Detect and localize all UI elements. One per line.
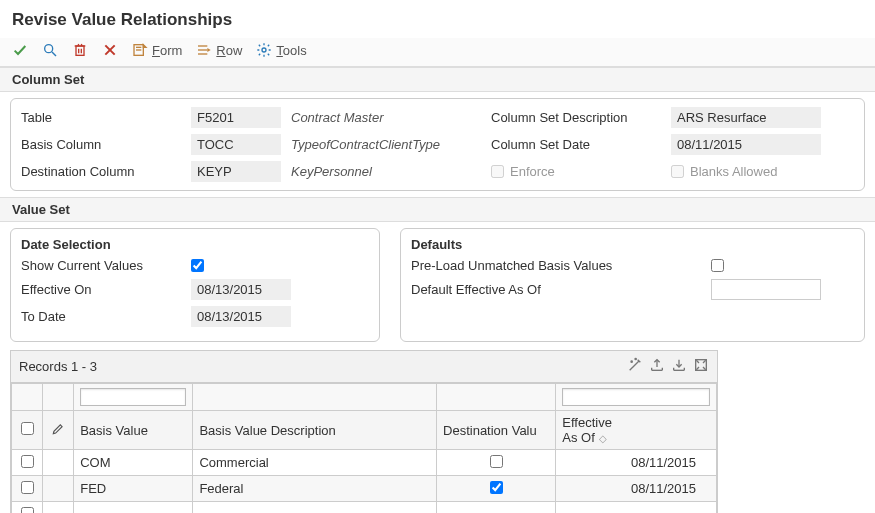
records-label: Records 1 - 3 — [19, 359, 97, 374]
maximize-button[interactable] — [693, 357, 709, 376]
trash-icon — [72, 42, 88, 58]
csdate-input[interactable] — [671, 134, 821, 155]
cell-basis-desc: Commercial — [193, 450, 437, 476]
table-row[interactable]: FED Federal 08/11/2015 — [12, 476, 717, 502]
section-value-set: Value Set — [0, 197, 875, 222]
table-row[interactable] — [12, 502, 717, 514]
svg-line-1 — [52, 52, 56, 56]
edit-header-icon[interactable] — [51, 424, 65, 439]
grid-panel: Records 1 - 3 Basis Value Basis Value De… — [10, 350, 718, 513]
table-desc: Contract Master — [291, 110, 491, 125]
dest-checkbox[interactable] — [490, 481, 503, 494]
header-basis-value[interactable]: Basis Value — [74, 411, 193, 450]
sort-icon: ◇ — [599, 433, 607, 444]
wand-icon — [627, 357, 643, 373]
basis-label: Basis Column — [21, 137, 191, 152]
enforce-checkbox[interactable] — [491, 165, 504, 178]
column-set-panel: Table Contract Master Column Set Descrip… — [10, 98, 865, 191]
tools-menu[interactable]: Tools — [256, 42, 306, 58]
basis-desc: TypeofContractClientType — [291, 137, 491, 152]
form-icon — [132, 42, 148, 58]
header-row: Basis Value Basis Value Description Dest… — [12, 411, 717, 450]
csd-label: Column Set Description — [491, 110, 671, 125]
dest-desc: KeyPersonnel — [291, 164, 491, 179]
ok-button[interactable] — [12, 42, 28, 58]
dest-label: Destination Column — [21, 164, 191, 179]
cell-effective[interactable] — [556, 502, 717, 514]
header-basis-desc[interactable]: Basis Value Description — [193, 411, 437, 450]
show-current-label: Show Current Values — [21, 258, 191, 273]
row-icon — [196, 42, 212, 58]
toolbar: Form Row Tools — [0, 38, 875, 67]
enforce-label: Enforce — [510, 164, 555, 179]
row-select-checkbox[interactable] — [21, 481, 34, 494]
header-effective[interactable]: Effective As Of◇ — [556, 411, 717, 450]
cell-basis-value[interactable] — [74, 502, 193, 514]
default-eff-label: Default Effective As Of — [411, 282, 711, 297]
blanks-label: Blanks Allowed — [690, 164, 777, 179]
svg-line-6 — [78, 44, 79, 46]
select-all-checkbox[interactable] — [21, 422, 34, 435]
page-title: Revise Value Relationships — [0, 0, 875, 38]
customize-grid-button[interactable] — [627, 357, 643, 376]
cell-basis-value[interactable]: COM — [74, 450, 193, 476]
close-icon — [102, 42, 118, 58]
import-button[interactable] — [671, 357, 687, 376]
header-dest-value[interactable]: Destination Valu — [437, 411, 556, 450]
filter-row — [12, 384, 717, 411]
effective-on-input[interactable] — [191, 279, 291, 300]
row-select-checkbox[interactable] — [21, 507, 34, 514]
expand-icon — [693, 357, 709, 373]
svg-point-17 — [631, 361, 632, 362]
cell-basis-desc: Federal — [193, 476, 437, 502]
svg-point-0 — [45, 45, 53, 53]
preload-label: Pre-Load Unmatched Basis Values — [411, 258, 711, 273]
table-label: Table — [21, 110, 191, 125]
pencil-icon — [51, 422, 65, 436]
svg-rect-2 — [76, 46, 84, 55]
table-input[interactable] — [191, 107, 281, 128]
upload-icon — [649, 357, 665, 373]
csd-input[interactable] — [671, 107, 821, 128]
cancel-button[interactable] — [102, 42, 118, 58]
blanks-checkbox-wrap: Blanks Allowed — [671, 164, 777, 179]
row-menu[interactable]: Row — [196, 42, 242, 58]
default-eff-input[interactable] — [711, 279, 821, 300]
svg-point-18 — [635, 358, 636, 359]
date-selection-panel: Date Selection Show Current Values Effec… — [10, 228, 380, 342]
defaults-panel: Defaults Pre-Load Unmatched Basis Values… — [400, 228, 865, 342]
to-date-input[interactable] — [191, 306, 291, 327]
table-row[interactable]: COM Commercial 08/11/2015 — [12, 450, 717, 476]
enforce-checkbox-wrap: Enforce — [491, 164, 671, 179]
dest-input[interactable] — [191, 161, 281, 182]
search-icon — [42, 42, 58, 58]
gear-icon — [256, 42, 272, 58]
basis-input[interactable] — [191, 134, 281, 155]
export-button[interactable] — [649, 357, 665, 376]
blanks-checkbox[interactable] — [671, 165, 684, 178]
delete-button[interactable] — [72, 42, 88, 58]
svg-line-7 — [81, 44, 82, 46]
cell-basis-desc — [193, 502, 437, 514]
preload-checkbox[interactable] — [711, 259, 724, 272]
filter-basis-value[interactable] — [80, 388, 186, 406]
show-current-checkbox[interactable] — [191, 259, 204, 272]
svg-point-16 — [262, 48, 266, 52]
filter-effective[interactable] — [562, 388, 710, 406]
cell-effective[interactable]: 08/11/2015 — [556, 476, 717, 502]
to-date-label: To Date — [21, 309, 191, 324]
defaults-title: Defaults — [411, 237, 854, 252]
row-select-checkbox[interactable] — [21, 455, 34, 468]
cell-basis-value[interactable]: FED — [74, 476, 193, 502]
section-column-set: Column Set — [0, 67, 875, 92]
form-menu[interactable]: Form — [132, 42, 182, 58]
effective-on-label: Effective On — [21, 282, 191, 297]
check-icon — [12, 42, 28, 58]
cell-effective[interactable]: 08/11/2015 — [556, 450, 717, 476]
dest-checkbox[interactable] — [490, 455, 503, 468]
find-button[interactable] — [42, 42, 58, 58]
csdate-label: Column Set Date — [491, 137, 671, 152]
download-icon — [671, 357, 687, 373]
date-selection-title: Date Selection — [21, 237, 369, 252]
